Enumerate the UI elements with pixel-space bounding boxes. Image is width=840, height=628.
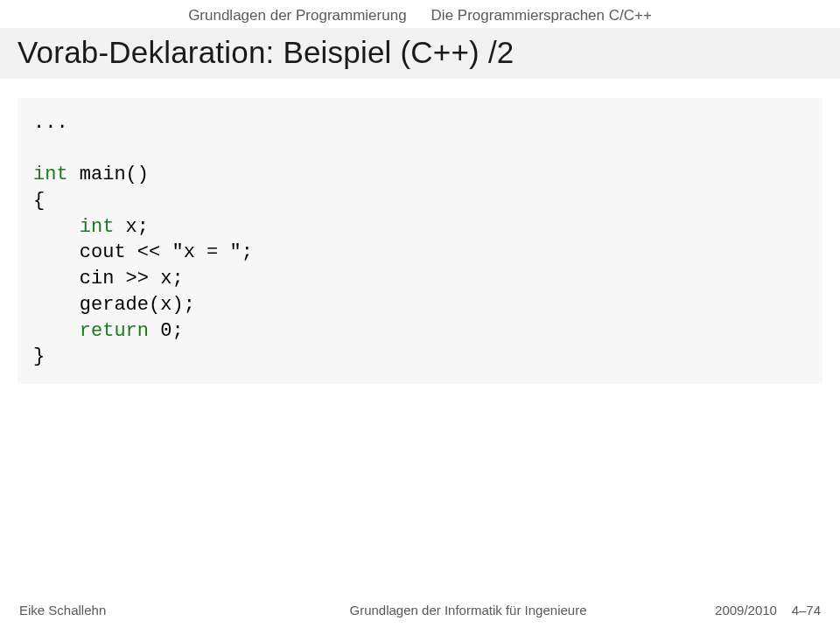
- keyword-int: int: [33, 164, 68, 185]
- footer-course: Grundlagen der Informatik für Ingenieure: [256, 603, 681, 618]
- code-main-sig: main(): [68, 164, 149, 185]
- code-return-tail: 0;: [149, 320, 184, 342]
- code-cin: cin >> x;: [33, 268, 184, 290]
- code-ellipsis: ...: [33, 112, 68, 134]
- code-block: ... int main() { int x; cout << "x = "; …: [18, 98, 822, 384]
- footer-page: 4–74: [792, 603, 821, 618]
- keyword-return: return: [80, 320, 149, 342]
- footer: Eike Schallehn Grundlagen der Informatik…: [0, 603, 840, 618]
- code-brace-open: {: [33, 190, 45, 212]
- page-title: Vorab-Deklaration: Beispiel (C++) /2: [18, 35, 822, 70]
- breadcrumb-right: Die Programmiersprachen C/C++: [431, 7, 652, 24]
- code-decl-x: x;: [114, 216, 149, 238]
- code-gerade: gerade(x);: [33, 294, 195, 316]
- keyword-int: int: [80, 216, 115, 238]
- code-indent: [33, 216, 80, 238]
- breadcrumb: Grundlagen der Programmierung Die Progra…: [0, 0, 840, 24]
- code-brace-close: }: [33, 345, 45, 367]
- title-band: Vorab-Deklaration: Beispiel (C++) /2: [0, 28, 840, 79]
- breadcrumb-left: Grundlagen der Programmierung: [188, 7, 406, 24]
- code-indent: [33, 320, 80, 342]
- footer-term: 2009/2010: [715, 603, 777, 618]
- footer-pageinfo: 2009/2010 4–74: [681, 603, 821, 618]
- code-cout: cout << "x = ";: [33, 241, 253, 263]
- footer-author: Eike Schallehn: [19, 603, 256, 618]
